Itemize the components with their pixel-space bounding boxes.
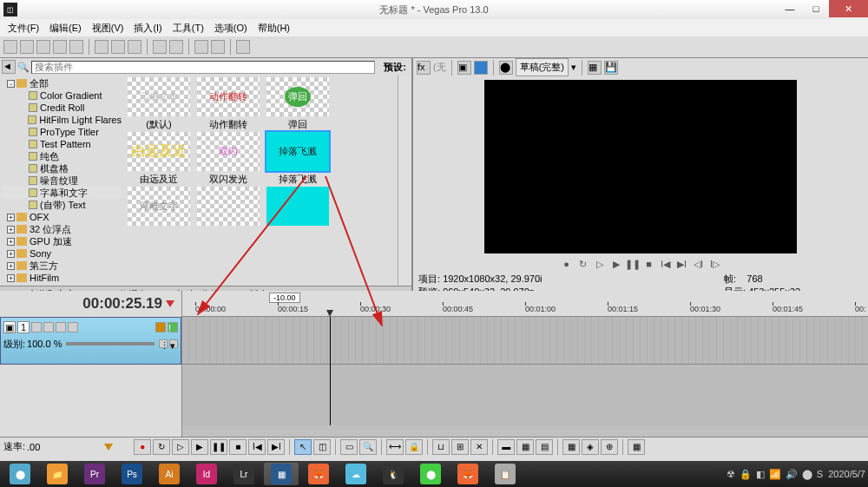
taskbar-app-icon[interactable]: Id <box>189 463 224 485</box>
taskbar-app-icon[interactable]: Ai <box>152 463 187 485</box>
tool-b-icon[interactable]: ◈ <box>582 439 599 455</box>
taskbar-app-icon[interactable]: Lr <box>227 463 261 485</box>
zoom-tool-icon[interactable]: 🔍 <box>359 439 377 455</box>
expand-icon[interactable]: + <box>7 250 15 258</box>
back-icon[interactable]: ◄ <box>2 60 16 74</box>
expand-icon[interactable]: + <box>7 274 15 282</box>
expand-icon[interactable]: + <box>7 214 15 221</box>
taskbar-app-icon[interactable]: 🦊 <box>301 463 336 485</box>
help-icon[interactable] <box>236 40 250 54</box>
tray-icon[interactable]: 📶 <box>769 469 781 480</box>
paste-icon[interactable] <box>128 40 141 54</box>
save-icon[interactable] <box>36 40 50 54</box>
loop-icon[interactable]: ↻ <box>576 257 590 271</box>
next-frame-icon[interactable]: I▷ <box>708 257 722 271</box>
menu-help[interactable]: 帮助(H) <box>253 20 294 36</box>
snap-markers-icon[interactable]: ▬ <box>497 439 515 455</box>
props-icon[interactable] <box>69 40 83 54</box>
tl-go-end-icon[interactable]: ▶I <box>267 439 285 455</box>
normal-edit-tool-icon[interactable]: ↖ <box>294 439 312 455</box>
tl-play-start-icon[interactable]: ▷ <box>172 439 189 455</box>
preset-item[interactable]: 动作翻转动作翻转 <box>194 77 262 130</box>
preset-item[interactable]: 浮雕文字 <box>125 187 193 240</box>
auto-crossfade-icon[interactable]: ✕ <box>470 439 488 455</box>
taskbar-app-icon[interactable]: Pr <box>77 463 112 485</box>
envelope-tool-icon[interactable]: ◫ <box>313 439 331 455</box>
tree-item[interactable]: (自带) Text <box>2 199 122 211</box>
tool-c-icon[interactable]: ⊕ <box>601 439 618 455</box>
tree-item[interactable]: 纯色 <box>2 150 122 162</box>
track-automation-icon[interactable] <box>68 322 78 332</box>
expand-icon[interactable]: - <box>7 80 15 88</box>
snapping-icon[interactable] <box>194 40 208 54</box>
split-screen-icon[interactable] <box>474 61 488 75</box>
cut-icon[interactable] <box>95 40 108 54</box>
taskbar-app-icon[interactable]: ⬤ <box>413 463 448 485</box>
in-point-label[interactable]: -10.00 <box>269 293 300 303</box>
preview-fx-icon[interactable]: fx <box>417 61 431 75</box>
ripple-icon[interactable] <box>211 40 225 54</box>
preset-item[interactable]: 由远及近由远及近 <box>125 132 193 185</box>
taskbar-app-icon[interactable]: 📋 <box>488 463 523 485</box>
tl-go-start-icon[interactable]: I◀ <box>248 439 266 455</box>
tray-icon[interactable]: ☢ <box>727 469 735 480</box>
taskbar-app-icon[interactable]: 🦊 <box>450 463 485 485</box>
selection-tool-icon[interactable]: ▭ <box>340 439 358 455</box>
compositing-icon[interactable]: ▾ <box>169 339 178 348</box>
tool-d-icon[interactable]: ▦ <box>628 439 645 455</box>
tl-loop-icon[interactable]: ↻ <box>153 439 170 455</box>
taskbar-app-icon[interactable]: 📁 <box>40 463 75 485</box>
overlays-icon[interactable]: ▦ <box>588 61 602 75</box>
preset-item[interactable]: 弹回弹回 <box>264 77 332 130</box>
taskbar-app-icon[interactable]: 🐧 <box>376 463 411 485</box>
track-bypass-icon[interactable] <box>31 322 42 332</box>
copy-icon[interactable] <box>111 40 125 54</box>
maximize-button[interactable]: □ <box>803 0 829 17</box>
tree-item[interactable]: +HitFilm <box>2 272 122 284</box>
play-icon[interactable]: ▶ <box>609 257 623 271</box>
video-track-lane[interactable] <box>182 317 868 365</box>
tree-item[interactable]: +Sony <box>2 247 122 260</box>
snap-icon[interactable]: ⊔ <box>432 439 450 455</box>
menu-view[interactable]: 视图(V) <box>88 20 128 36</box>
stop-icon[interactable]: ■ <box>642 257 656 271</box>
tl-stop-icon[interactable]: ■ <box>229 439 247 455</box>
snap-events-icon[interactable]: ▤ <box>536 439 553 455</box>
record-icon[interactable]: ● <box>560 257 574 271</box>
tray-icon[interactable]: ⬤ <box>802 469 812 480</box>
tree-item[interactable]: -全部 <box>2 77 122 89</box>
timecode-display[interactable]: 00:00:25.19 <box>82 295 162 313</box>
snap-grid-icon[interactable]: ▦ <box>516 439 534 455</box>
tree-item[interactable]: 噪音纹理 <box>2 174 122 187</box>
close-button[interactable]: ✕ <box>829 0 868 17</box>
preset-item[interactable]: 掉落飞溅掉落飞溅 <box>264 132 332 185</box>
track-motion-icon[interactable] <box>43 322 54 332</box>
scrollbar[interactable] <box>398 76 411 286</box>
tray-icon[interactable]: 🔊 <box>786 469 798 480</box>
tl-record-icon[interactable]: ● <box>134 439 151 455</box>
track-more-icon[interactable]: ⋮ <box>159 339 168 348</box>
taskbar-app-icon[interactable]: ⬤ <box>3 463 37 485</box>
tree-item[interactable]: ProType Titler <box>2 126 122 138</box>
redo-icon[interactable] <box>169 40 183 54</box>
mute-button[interactable] <box>155 322 166 332</box>
undo-icon[interactable] <box>153 40 167 54</box>
search-input[interactable] <box>31 61 375 74</box>
tree-item[interactable]: +GPU 加速 <box>2 235 122 247</box>
tree-item[interactable]: Test Pattern <box>2 138 122 150</box>
taskbar-app-icon[interactable]: ☁ <box>339 463 373 485</box>
lock-envelopes-icon[interactable]: 🔒 <box>405 439 423 455</box>
new-icon[interactable] <box>3 40 17 54</box>
quantize-icon[interactable]: ⊞ <box>451 439 469 455</box>
tree-item[interactable]: Color Gradient <box>2 89 122 102</box>
tree-item[interactable]: 棋盘格 <box>2 162 122 174</box>
tree-item[interactable]: 字幕和文字 <box>2 187 122 199</box>
solo-button[interactable]: ! <box>168 322 178 332</box>
expand-icon[interactable]: + <box>7 226 15 234</box>
expand-icon[interactable]: + <box>7 238 15 246</box>
preset-item[interactable] <box>264 187 332 240</box>
save-snap-icon[interactable]: 💾 <box>604 61 618 75</box>
playhead[interactable] <box>330 317 331 425</box>
tray-icon[interactable]: 🔒 <box>740 469 752 480</box>
taskbar-app-icon[interactable]: Ps <box>115 463 149 485</box>
